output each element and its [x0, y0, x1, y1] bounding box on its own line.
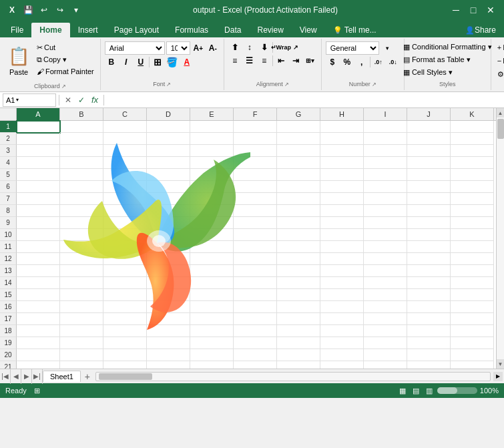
italic-button[interactable]: I	[119, 56, 133, 68]
percent-button[interactable]: %	[340, 56, 354, 68]
row-num-14[interactable]: 14	[0, 277, 17, 289]
paste-button[interactable]: 📋 Paste	[4, 41, 33, 80]
fx-button[interactable]: fx	[89, 94, 101, 106]
scroll-up-button[interactable]: ▲	[497, 108, 504, 118]
align-top-button[interactable]: ⬆	[228, 41, 242, 53]
save-icon[interactable]: 💾	[21, 3, 35, 17]
row-num-18[interactable]: 18	[0, 325, 17, 337]
tab-review[interactable]: Review	[249, 23, 291, 37]
currency-button[interactable]: $	[326, 56, 339, 68]
row-num-5[interactable]: 5	[0, 169, 17, 181]
sheet-last-button[interactable]: ▶|	[32, 369, 43, 384]
minimize-button[interactable]: ─	[448, 2, 464, 18]
row-num-12[interactable]: 12	[0, 253, 17, 265]
bold-button[interactable]: B	[105, 56, 118, 68]
share-button[interactable]: 👤 Share	[457, 23, 504, 37]
cell-a1[interactable]	[17, 121, 60, 133]
insert-cells-button[interactable]: + Insert ▾	[495, 41, 504, 53]
redo-icon[interactable]: ↪	[53, 3, 67, 17]
align-center-button[interactable]: ☰	[243, 55, 256, 67]
tab-home[interactable]: Home	[31, 23, 69, 37]
cell-j1[interactable]	[407, 121, 451, 133]
conditional-formatting-button[interactable]: ▦ Conditional Formatting ▾	[399, 41, 496, 53]
increase-indent-button[interactable]: ⇥	[289, 55, 302, 67]
col-header-f[interactable]: F	[234, 108, 277, 120]
delete-cells-button[interactable]: − Delete ▾	[495, 55, 504, 67]
cell-h1[interactable]	[320, 121, 364, 133]
row-num-19[interactable]: 19	[0, 337, 17, 349]
row-num-20[interactable]: 20	[0, 349, 17, 361]
decrease-font-button[interactable]: A-	[206, 42, 220, 54]
orientation-button[interactable]: ↗	[289, 41, 302, 53]
maximize-button[interactable]: □	[465, 2, 481, 18]
row-num-2[interactable]: 2	[0, 133, 17, 145]
row-num-3[interactable]: 3	[0, 145, 17, 157]
formula-input[interactable]	[107, 93, 501, 107]
cell-d1[interactable]	[147, 121, 190, 133]
row-num-13[interactable]: 13	[0, 265, 17, 277]
cell-b1[interactable]	[60, 121, 103, 133]
enter-formula-button[interactable]: ✓	[75, 94, 87, 106]
fill-color-button[interactable]: 🪣	[166, 56, 179, 68]
tab-page-layout[interactable]: Page Layout	[106, 23, 167, 37]
zoom-slider[interactable]	[437, 387, 477, 394]
cancel-formula-button[interactable]: ✕	[62, 94, 74, 106]
merge-button[interactable]: ⊞▾	[304, 55, 317, 67]
align-bottom-button[interactable]: ⬇	[258, 41, 271, 53]
col-header-c[interactable]: C	[103, 108, 147, 120]
row-num-11[interactable]: 11	[0, 241, 17, 253]
col-header-a[interactable]: A	[17, 108, 60, 120]
name-box[interactable]: A1 ▾	[3, 93, 56, 107]
number-expand-icon[interactable]: ↗	[372, 81, 376, 87]
number-expand-btn[interactable]: ▾	[381, 42, 394, 54]
number-format-select[interactable]: General	[326, 41, 379, 55]
add-sheet-button[interactable]: +	[81, 371, 94, 383]
align-right-button[interactable]: ≡	[258, 55, 271, 67]
col-header-e[interactable]: E	[190, 108, 234, 120]
border-button[interactable]: ⊞	[151, 56, 164, 68]
tab-data[interactable]: Data	[216, 23, 249, 37]
row-num-8[interactable]: 8	[0, 205, 17, 217]
quick-access-more-icon[interactable]: ▾	[69, 3, 83, 17]
scroll-down-button[interactable]: ▼	[497, 359, 504, 369]
scroll-right-button[interactable]: ▶	[493, 372, 503, 381]
row-num-7[interactable]: 7	[0, 193, 17, 205]
decrease-indent-button[interactable]: ⇤	[274, 55, 288, 67]
wrap-text-button[interactable]: ↵Wrap	[274, 41, 288, 53]
copy-button[interactable]: ⧉ Copy ▾	[35, 53, 96, 65]
cell-c1[interactable]	[103, 121, 147, 133]
sheet-tab-sheet1[interactable]: Sheet1	[43, 371, 81, 382]
normal-view-icon[interactable]: ▦	[397, 385, 408, 396]
increase-font-button[interactable]: A+	[192, 42, 205, 54]
col-header-b[interactable]: B	[60, 108, 103, 120]
scroll-thumb[interactable]	[497, 119, 504, 139]
col-header-g[interactable]: G	[277, 108, 320, 120]
format-cells-button[interactable]: ⚙ Format ▾	[495, 68, 504, 80]
page-break-icon[interactable]: ▥	[424, 385, 435, 396]
cell-e1[interactable]	[190, 121, 234, 133]
tab-view[interactable]: View	[292, 23, 325, 37]
row-num-6[interactable]: 6	[0, 181, 17, 193]
font-expand-icon[interactable]: ↗	[166, 81, 171, 87]
format-painter-button[interactable]: 🖌 Format Painter	[35, 65, 96, 77]
tab-file[interactable]: File	[3, 23, 31, 37]
cell-i1[interactable]	[364, 121, 407, 133]
col-header-d[interactable]: D	[147, 108, 190, 120]
row-num-9[interactable]: 9	[0, 217, 17, 229]
tab-formulas[interactable]: Formulas	[167, 23, 216, 37]
cell-k1[interactable]	[451, 121, 494, 133]
row-num-21[interactable]: 21	[0, 361, 17, 369]
row-num-4[interactable]: 4	[0, 157, 17, 169]
cell-mode-icon[interactable]: ⊞	[32, 385, 43, 396]
tab-insert[interactable]: Insert	[70, 23, 106, 37]
close-button[interactable]: ✕	[483, 2, 499, 18]
increase-decimal-button[interactable]: .0↑	[372, 56, 385, 68]
alignment-expand-icon[interactable]: ↗	[284, 81, 289, 87]
cell-f1[interactable]	[234, 121, 277, 133]
font-family-select[interactable]: Arial	[105, 41, 165, 55]
font-size-select[interactable]: 10	[166, 41, 190, 55]
align-left-button[interactable]: ≡	[228, 55, 242, 67]
cut-button[interactable]: ✂ Cut	[35, 41, 96, 53]
sheet-prev-button[interactable]: ◀	[11, 369, 21, 384]
sheet-first-button[interactable]: |◀	[0, 369, 11, 384]
